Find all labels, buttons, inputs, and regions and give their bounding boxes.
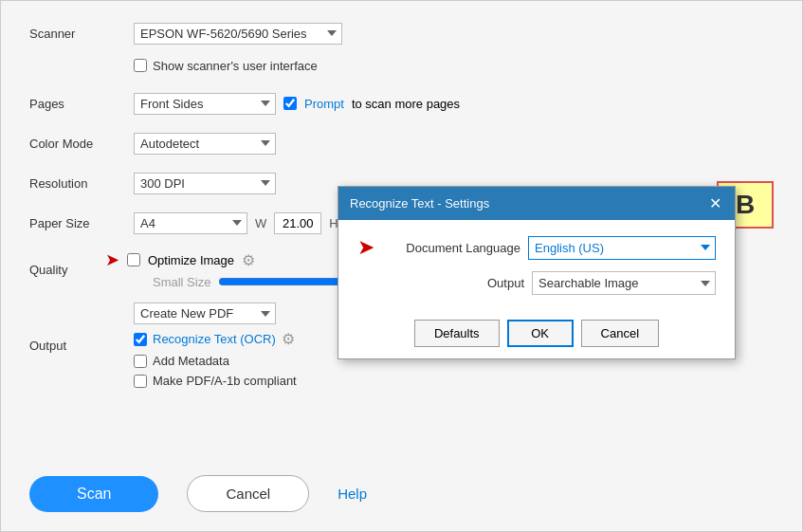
pdfa-label: Make PDF/A-1b compliant: [153, 374, 297, 388]
output-label: Output: [29, 339, 134, 353]
pdfa-row: Make PDF/A-1b compliant: [134, 374, 297, 388]
quality-arrow-icon: ➤: [105, 249, 119, 270]
optimize-label: Optimize Image: [148, 253, 234, 267]
ocr-row: Recognize Text (OCR) ⚙: [134, 330, 295, 348]
scanner-row: Scanner EPSON WF-5620/5690 Series: [29, 20, 774, 46]
dialog-buttons: Defaults OK Cancel: [338, 316, 735, 358]
dialog-close-button[interactable]: ✕: [707, 194, 723, 212]
dialog-output-label: Output: [392, 276, 524, 290]
color-mode-content: Autodetect: [134, 133, 774, 155]
main-window: Scanner EPSON WF-5620/5690 Series Show s…: [0, 0, 803, 532]
color-mode-label: Color Mode: [29, 137, 134, 151]
scanner-label: Scanner: [29, 27, 134, 41]
width-input[interactable]: [274, 212, 321, 234]
bottom-bar: Scan Cancel Help: [29, 475, 774, 512]
pdfa-checkbox[interactable]: [134, 375, 147, 388]
dialog-body: ➤ Document Language English (US) Output …: [338, 220, 735, 316]
prompt-link[interactable]: Prompt: [304, 97, 344, 111]
prompt-checkbox[interactable]: [283, 97, 297, 110]
help-button[interactable]: Help: [338, 486, 367, 502]
pages-content: Front Sides Prompt to scan more pages: [134, 93, 774, 115]
color-mode-dropdown[interactable]: Autodetect: [134, 133, 276, 155]
dialog-ok-button[interactable]: OK: [507, 320, 574, 347]
dialog-cancel-button[interactable]: Cancel: [581, 320, 659, 347]
pages-label: Pages: [29, 97, 134, 111]
pages-dropdown[interactable]: Front Sides: [134, 93, 276, 115]
resolution-label: Resolution: [29, 176, 134, 191]
resolution-dropdown[interactable]: 300 DPI: [134, 173, 276, 194]
width-label: W: [255, 216, 266, 230]
dialog-output-dropdown[interactable]: Searchable Image: [532, 271, 716, 295]
color-mode-row: Color Mode Autodetect: [29, 130, 774, 156]
prompt-suffix: to scan more pages: [352, 97, 460, 111]
paper-size-label: Paper Size: [29, 216, 134, 230]
pages-row: Pages Front Sides Prompt to scan more pa…: [29, 90, 774, 117]
recognize-text-dialog: Recognize Text - Settings ✕ ➤ Document L…: [338, 186, 736, 359]
optimize-gear-icon[interactable]: ⚙: [242, 251, 255, 269]
output-dropdown[interactable]: Create New PDF: [134, 303, 276, 324]
dialog-title: Recognize Text - Settings: [350, 196, 489, 211]
dialog-language-row: ➤ Document Language English (US): [357, 235, 716, 260]
metadata-label: Add Metadata: [153, 354, 229, 368]
dialog-arrow-icon: ➤: [357, 235, 374, 260]
dialog-language-dropdown[interactable]: English (US): [528, 236, 716, 260]
paper-size-dropdown[interactable]: A4: [134, 212, 247, 234]
optimize-row: ➤ Optimize Image ⚙: [134, 249, 255, 270]
optimize-checkbox[interactable]: [127, 253, 140, 266]
scanner-content: EPSON WF-5620/5690 Series: [134, 23, 774, 45]
show-interface-row: Show scanner's user interface: [134, 52, 774, 79]
ocr-gear-icon[interactable]: ⚙: [282, 330, 295, 348]
dialog-header: Recognize Text - Settings ✕: [338, 187, 735, 220]
scan-button[interactable]: Scan: [29, 476, 158, 512]
small-size-label: Small Size: [153, 275, 210, 289]
dialog-language-label: Document Language: [388, 241, 520, 255]
show-interface-checkbox-row: Show scanner's user interface: [134, 59, 318, 73]
dialog-defaults-button[interactable]: Defaults: [414, 320, 500, 347]
dialog-output-row: Output Searchable Image: [357, 271, 716, 295]
cancel-main-button[interactable]: Cancel: [187, 475, 309, 512]
metadata-checkbox[interactable]: [134, 355, 147, 368]
show-interface-checkbox[interactable]: [134, 59, 147, 72]
ocr-checkbox[interactable]: [134, 333, 147, 346]
b-badge-text: B: [736, 190, 755, 220]
metadata-row: Add Metadata: [134, 354, 229, 368]
scanner-dropdown[interactable]: EPSON WF-5620/5690 Series: [134, 23, 342, 45]
show-interface-label: Show scanner's user interface: [153, 59, 318, 73]
ocr-label: Recognize Text (OCR): [153, 332, 276, 346]
